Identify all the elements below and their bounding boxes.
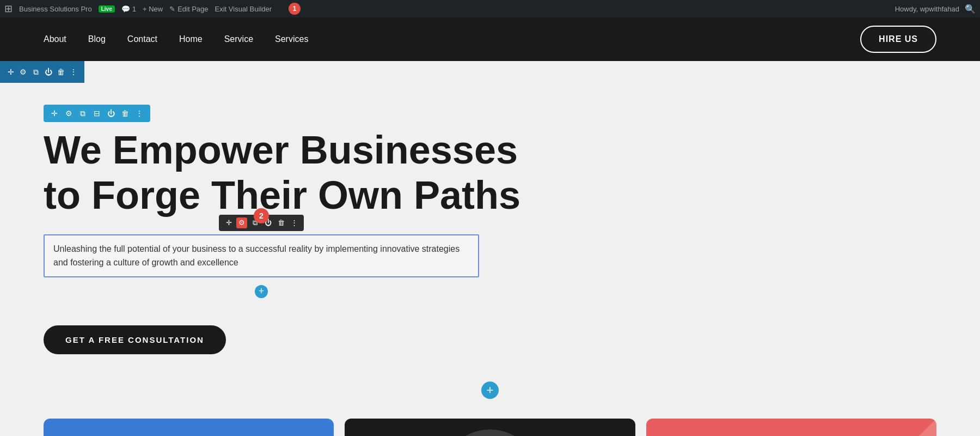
howdy-user[interactable]: Howdy, wpwithfahad [895, 5, 959, 13]
pencil-icon: ✎ [169, 5, 175, 13]
nav-services[interactable]: Services [275, 34, 308, 44]
nav-blog[interactable]: Blog [88, 34, 106, 44]
nav-contact[interactable]: Contact [127, 34, 157, 44]
section-toolbar: ✛ ⚙ ⧉ ⊟ ⏻ 🗑 ⋮ [44, 105, 150, 122]
cta-button[interactable]: GET A FREE CONSULTATION [44, 325, 226, 354]
row-duplicate-icon[interactable]: ⧉ [32, 66, 40, 77]
edit-page-button[interactable]: ✎ Edit Page [169, 5, 208, 13]
section-settings-icon[interactable]: ⚙ [63, 108, 74, 119]
row-delete-icon[interactable]: 🗑 [57, 66, 65, 77]
section-columns-icon[interactable]: ⊟ [91, 108, 102, 119]
row-settings-icon[interactable]: ⚙ [19, 66, 27, 77]
hero-subtext-wrapper: 2 ✛ ⚙ ⧉ ⏻ 🗑 ⋮ Unleashing the full potent… [44, 234, 479, 298]
section-duplicate-icon[interactable]: ⧉ [77, 108, 88, 119]
comment-icon: 💬 [121, 5, 130, 13]
card-black [345, 419, 635, 436]
main-content-area: ✛ ⚙ ⧉ ⊟ ⏻ 🗑 ⋮ We Empower Businesses to F… [0, 83, 980, 436]
nav-home[interactable]: Home [179, 34, 203, 44]
nav-about[interactable]: About [44, 34, 66, 44]
site-name[interactable]: Business Solutions Pro [19, 5, 92, 13]
row-builder-toolbar: ✛ ⚙ ⧉ ⏻ 🗑 ⋮ [0, 61, 84, 83]
notification-badge-2: 2 [254, 208, 269, 223]
wordpress-logo-icon[interactable]: ⊞ [4, 3, 13, 15]
section-more-icon[interactable]: ⋮ [134, 108, 145, 119]
main-navigation: About Blog Contact Home Service Services [44, 34, 308, 44]
add-element-button[interactable]: + [255, 285, 268, 298]
section-add-icon[interactable]: ✛ [49, 108, 60, 119]
cards-row [44, 419, 936, 436]
nav-service[interactable]: Service [224, 34, 253, 44]
comments-count[interactable]: 💬 1 [121, 5, 136, 13]
wp-admin-bar: ⊞ Business Solutions Pro Live 💬 1 + New … [0, 0, 980, 17]
row-disable-icon[interactable]: ⏻ [45, 66, 53, 77]
red-triangle-shape [828, 419, 936, 436]
hero-heading: We Empower Businesses to Forge Their Own… [44, 128, 534, 218]
ft-more-icon[interactable]: ⋮ [289, 217, 299, 228]
card-blue [44, 419, 334, 436]
new-button[interactable]: + New [143, 5, 163, 13]
ft-add-icon[interactable]: ✛ [223, 217, 234, 228]
section-delete-icon[interactable]: 🗑 [120, 108, 131, 119]
section-disable-icon[interactable]: ⏻ [106, 108, 117, 119]
ft-delete-icon[interactable]: 🗑 [275, 217, 286, 228]
add-section-button[interactable]: + [481, 382, 499, 399]
row-add-icon[interactable]: ✛ [7, 66, 15, 77]
exit-visual-builder-button[interactable]: Exit Visual Builder [215, 5, 272, 13]
search-icon[interactable]: 🔍 [965, 4, 976, 14]
arch-shape [441, 429, 539, 436]
hero-subtext: Unleashing the full potential of your bu… [44, 234, 479, 277]
notification-badge-1: 1 [289, 3, 301, 15]
card-red [646, 419, 936, 436]
row-more-icon[interactable]: ⋮ [70, 66, 78, 77]
ft-settings-icon[interactable]: ⚙ [236, 217, 247, 228]
hire-us-button[interactable]: HIRE US [860, 26, 936, 53]
live-badge: Live [99, 5, 115, 13]
site-header: About Blog Contact Home Service Services… [0, 17, 980, 61]
